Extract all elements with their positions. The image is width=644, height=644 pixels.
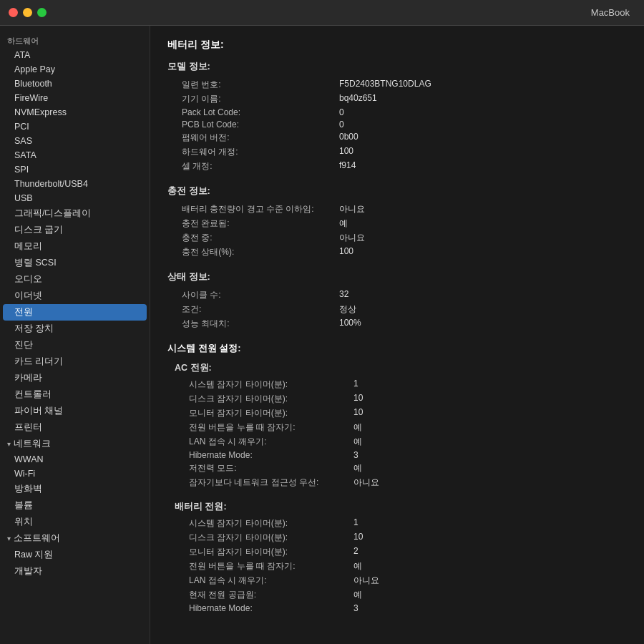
sidebar-item-disc-burning[interactable]: 디스크 굽기: [0, 222, 150, 238]
label-ac-6: 저전력 모드:: [189, 462, 353, 474]
ac-power-group: AC 전원: 시스템 잠자기 타이머(분): 1 디스크 잠자기 타이머(분):…: [167, 362, 627, 489]
label-ac-5: Hibernate Mode:: [189, 450, 353, 460]
sidebar-item-bluetooth[interactable]: Bluetooth: [0, 77, 150, 91]
value-ac-5: 3: [353, 450, 358, 460]
sidebar-item-firewall[interactable]: 방화벽: [0, 481, 150, 497]
value-batt-5: 예: [353, 589, 362, 601]
sidebar-item-thunderbolt[interactable]: Thunderbolt/USB4: [0, 177, 150, 191]
ac-section-title: AC 전원:: [175, 362, 627, 374]
minimize-button[interactable]: [23, 8, 32, 17]
value-batt-0: 1: [353, 517, 358, 530]
sidebar-item-wwan[interactable]: WWAN: [0, 452, 150, 467]
sidebar: 하드웨어 ATA Apple Pay Bluetooth FireWire NV…: [0, 26, 150, 644]
value-firmware: 0b00: [339, 132, 358, 144]
ac-row-4: LAN 접속 시 깨우기: 예: [167, 434, 627, 449]
close-button[interactable]: [9, 8, 18, 17]
sidebar-item-location[interactable]: 위치: [0, 514, 150, 530]
sidebar-item-nvmexpress[interactable]: NVMExpress: [0, 105, 150, 119]
label-charge-2: 충전 중:: [182, 232, 339, 244]
hardware-section-header: 하드웨어: [0, 31, 150, 48]
value-pcb: 0: [339, 119, 344, 130]
value-ac-6: 예: [353, 462, 362, 474]
sidebar-item-controller[interactable]: 컨트롤러: [0, 386, 150, 403]
label-ac-1: 디스크 잠자기 타이머(분):: [189, 393, 353, 405]
model-row-serial: 일련 번호: F5D2403BTNG10DLAG: [167, 77, 627, 92]
value-status-2: 100%: [339, 318, 361, 330]
value-charge-1: 예: [339, 218, 348, 230]
model-row-name: 기기 이름: bq40z651: [167, 92, 627, 106]
chevron-down-icon: ▾: [7, 535, 11, 542]
charge-section-title: 충전 정보:: [167, 185, 627, 197]
batt-row-3: 전원 버튼을 누를 때 잠자기: 예: [167, 559, 627, 573]
title-bar: MacBook: [0, 0, 644, 26]
label-status-1: 조건:: [182, 303, 339, 316]
model-info-group: 모델 정보: 일련 번호: F5D2403BTNG10DLAG 기기 이름: b…: [167, 60, 627, 173]
sidebar-item-developer[interactable]: 개발자: [0, 563, 150, 580]
value-ac-7: 아니요: [353, 477, 379, 489]
label-charge-0: 배터리 충전량이 경고 수준 이하임:: [182, 203, 339, 215]
sidebar-item-ethernet[interactable]: 이더넷: [0, 288, 150, 304]
model-row-pcb: PCB Lot Code: 0: [167, 118, 627, 130]
model-row-pack: Pack Lot Code: 0: [167, 106, 627, 118]
sidebar-item-audio[interactable]: 오디오: [0, 271, 150, 288]
content-area: 베터리 정보: 모델 정보: 일련 번호: F5D2403BTNG10DLAG …: [150, 26, 644, 644]
sidebar-item-spi[interactable]: SPI: [0, 162, 150, 177]
label-batt-1: 디스크 잠자기 타이머(분):: [189, 532, 353, 544]
ac-row-3: 전원 버튼을 누를 때 잠자기: 예: [167, 420, 627, 434]
status-row-0: 사이클 수: 32: [167, 288, 627, 302]
charge-row-3: 충전 상태(%): 100: [167, 245, 627, 259]
ac-row-7: 잠자기보다 네트워크 접근성 우선: 아니요: [167, 475, 627, 489]
power-section-title: 시스템 전원 설정:: [167, 342, 627, 355]
window-title: MacBook: [591, 7, 630, 18]
charge-row-0: 배터리 충전량이 경고 수준 이하임: 아니요: [167, 202, 627, 216]
value-batt-4: 아니요: [353, 575, 379, 587]
ac-row-1: 디스크 잠자기 타이머(분): 10: [167, 391, 627, 406]
value-ac-0: 1: [353, 379, 358, 391]
sidebar-item-fiber-channel[interactable]: 파이버 채널: [0, 403, 150, 419]
sidebar-item-firewire[interactable]: FireWire: [0, 91, 150, 105]
window-controls[interactable]: [9, 8, 47, 17]
sidebar-item-raw-support[interactable]: Raw 지원: [0, 547, 150, 563]
sidebar-item-printer[interactable]: 프린터: [0, 419, 150, 436]
sidebar-item-power[interactable]: 전원: [3, 304, 147, 321]
sidebar-item-diagnostics[interactable]: 진단: [0, 337, 150, 353]
label-charge-1: 충전 완료됨:: [182, 218, 339, 230]
label-ac-4: LAN 접속 시 깨우기:: [189, 436, 353, 448]
sidebar-item-storage[interactable]: 저장 장치: [0, 321, 150, 337]
label-serial: 일련 번호:: [182, 79, 339, 91]
sidebar-item-parallel-scsi[interactable]: 병렬 SCSI: [0, 255, 150, 271]
battery-power-group: 배터리 전원: 시스템 잠자기 타이머(분): 1 디스크 잠자기 타이머(분)…: [167, 501, 627, 614]
ac-row-2: 모니터 잠자기 타이머(분): 10: [167, 406, 627, 420]
value-ac-2: 10: [353, 407, 363, 419]
value-status-1: 정상: [339, 303, 356, 316]
maximize-button[interactable]: [37, 8, 47, 17]
ac-row-5: Hibernate Mode: 3: [167, 449, 627, 461]
sidebar-item-wifi[interactable]: Wi-Fi: [0, 467, 150, 481]
sidebar-item-graphics[interactable]: 그래픽/디스플레이: [0, 205, 150, 222]
value-pack: 0: [339, 107, 344, 117]
sidebar-item-camera[interactable]: 카메라: [0, 370, 150, 386]
battery-section-title: 배터리 전원:: [175, 501, 627, 513]
sidebar-item-memory[interactable]: 메모리: [0, 238, 150, 255]
sidebar-item-pci[interactable]: PCI: [0, 119, 150, 134]
network-group-header[interactable]: ▾ 네트워크: [0, 436, 150, 452]
sidebar-item-sata[interactable]: SATA: [0, 148, 150, 162]
value-ac-4: 예: [353, 436, 362, 448]
software-group-header[interactable]: ▾ 소프트웨어: [0, 530, 150, 547]
sidebar-item-applepay[interactable]: Apple Pay: [0, 62, 150, 77]
ac-row-0: 시스템 잠자기 타이머(분): 1: [167, 377, 627, 391]
value-charge-0: 아니요: [339, 203, 365, 215]
sidebar-item-sas[interactable]: SAS: [0, 134, 150, 148]
sidebar-item-card-reader[interactable]: 카드 리더기: [0, 353, 150, 370]
sidebar-item-ata[interactable]: ATA: [0, 48, 150, 62]
label-pcb: PCB Lot Code:: [182, 119, 339, 130]
model-row-cell: 셀 개정: f914: [167, 159, 627, 173]
sidebar-item-volume[interactable]: 볼륨: [0, 497, 150, 514]
label-batt-3: 전원 버튼을 누를 때 잠자기:: [189, 560, 353, 572]
charge-row-2: 충전 중: 아니요: [167, 230, 627, 245]
label-ac-7: 잠자기보다 네트워크 접근성 우선:: [189, 477, 353, 489]
label-status-0: 사이클 수:: [182, 289, 339, 301]
main-container: 하드웨어 ATA Apple Pay Bluetooth FireWire NV…: [0, 26, 644, 644]
sidebar-item-usb[interactable]: USB: [0, 191, 150, 205]
value-ac-3: 예: [353, 421, 362, 434]
